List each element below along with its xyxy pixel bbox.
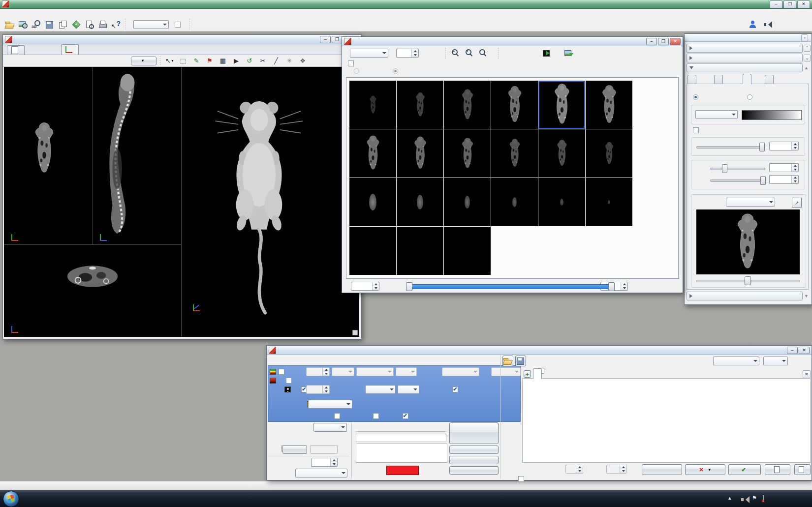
slice-cell[interactable] xyxy=(349,178,396,226)
insert-button[interactable] xyxy=(765,464,790,475)
add-sequence-tab-button[interactable]: + xyxy=(524,370,531,378)
color-table-dropdown[interactable] xyxy=(695,110,738,119)
menu-view[interactable] xyxy=(18,12,27,14)
slice-cell[interactable] xyxy=(491,178,538,226)
preview-slice-slider[interactable] xyxy=(696,276,800,284)
sequence-window[interactable]: – ❐ ▼ ↖▼ ⬚✎⚑▦▶↺✂╱✳❖ xyxy=(2,34,362,339)
scissors-icon[interactable]: ✂ xyxy=(257,55,269,67)
close-table-icon[interactable]: ✕ xyxy=(803,370,811,378)
reuse-checkbox[interactable] xyxy=(452,387,458,392)
slice-range-slider[interactable] xyxy=(406,282,615,290)
service-value-input[interactable] xyxy=(310,445,338,454)
app-minimize-icon[interactable]: – xyxy=(770,0,782,8)
section-3d-optical-tools[interactable] xyxy=(687,292,803,300)
line-icon[interactable]: ╱ xyxy=(270,55,282,67)
zoom-reset-icon[interactable]: · xyxy=(477,47,489,59)
luminescent-emission-dropdown[interactable] xyxy=(491,367,521,376)
segments-input[interactable] xyxy=(565,465,583,474)
ct-mode-dropdown[interactable] xyxy=(308,400,352,409)
print-icon[interactable] xyxy=(97,19,109,30)
info-button[interactable]: ▼ xyxy=(131,57,156,65)
reverse-checkbox[interactable] xyxy=(693,127,699,133)
scroll-up-icon[interactable]: ⌃ xyxy=(804,45,811,52)
preview-icon[interactable] xyxy=(84,19,95,30)
tag-icon[interactable] xyxy=(70,19,82,30)
volume-color-table-radio[interactable] xyxy=(747,94,752,100)
coronal-panel[interactable] xyxy=(4,67,93,245)
slice-cell[interactable] xyxy=(491,129,538,178)
slice-cell[interactable] xyxy=(444,129,491,178)
service-button[interactable] xyxy=(282,445,307,454)
remove-button[interactable]: ✕▼ xyxy=(685,464,725,475)
slice-cell[interactable] xyxy=(397,81,443,129)
sparkle-icon[interactable]: ✳ xyxy=(283,55,295,67)
sequence-window-titlebar[interactable]: – ❐ xyxy=(3,35,361,44)
slice-cell[interactable] xyxy=(538,129,585,178)
scale-min-slider[interactable] xyxy=(710,164,765,172)
close-icon[interactable]: ✕ xyxy=(670,38,681,45)
tool-palette[interactable]: ▫ ⌃ ⌄ ▲ xyxy=(684,33,812,305)
slice-spacing-input[interactable] xyxy=(396,49,419,58)
slice-cell[interactable] xyxy=(586,178,632,226)
tab-volume[interactable] xyxy=(687,75,696,84)
rotate-icon[interactable]: ↺ xyxy=(244,55,255,67)
lights-checkbox[interactable] xyxy=(373,413,379,419)
luminescent-exposure[interactable] xyxy=(306,367,330,376)
preview-orientation-dropdown[interactable] xyxy=(726,198,775,207)
zoom3d-icon[interactable] xyxy=(31,19,42,30)
opacity-input[interactable] xyxy=(769,142,799,150)
luminescent-binning-dropdown[interactable] xyxy=(356,367,394,376)
scale-max-input[interactable] xyxy=(769,175,799,184)
movie-icon[interactable] xyxy=(541,47,553,59)
select-icon[interactable]: ⬚ xyxy=(177,55,189,67)
imaging-wizard-button[interactable] xyxy=(449,446,499,454)
pointer-tool[interactable]: ↖▼ xyxy=(164,55,176,67)
acquire-button[interactable] xyxy=(449,422,499,444)
scroll-down-arrow-icon[interactable]: ▼ xyxy=(804,294,809,298)
tray-flag-icon[interactable]: ⚑ xyxy=(752,495,757,501)
focus-dropdown[interactable] xyxy=(295,469,347,477)
render-thick-checkbox[interactable] xyxy=(348,60,354,66)
acquisition-titlebar[interactable]: – ✕ xyxy=(267,346,812,355)
help-pointer-icon[interactable] xyxy=(110,19,122,30)
minimize-icon[interactable]: – xyxy=(646,38,657,45)
slice-cell[interactable] xyxy=(349,227,396,275)
slice-cell[interactable] xyxy=(349,129,396,178)
popout-icon[interactable]: ↗ xyxy=(792,198,802,208)
tray-audio-icon[interactable] xyxy=(740,495,748,503)
puzzle-icon[interactable]: ❖ xyxy=(297,55,309,67)
tab-sequence-view[interactable] xyxy=(7,45,25,55)
overlay-checkbox[interactable] xyxy=(334,413,340,419)
photograph-fstop-dropdown[interactable] xyxy=(398,385,419,394)
slice-cell[interactable] xyxy=(491,81,538,129)
photograph-binning-dropdown[interactable] xyxy=(365,385,396,394)
section-3d-multimodality[interactable] xyxy=(687,63,803,72)
slice-cell[interactable] xyxy=(397,227,443,275)
segments-checkbox[interactable] xyxy=(518,476,524,482)
app-maximize-icon[interactable]: ❐ xyxy=(783,0,796,8)
orientation-dropdown[interactable] xyxy=(350,49,388,58)
slice-cell[interactable] xyxy=(586,81,632,129)
slice-cell[interactable] xyxy=(586,129,632,178)
image-setup-button[interactable] xyxy=(449,456,499,464)
slice-cell[interactable] xyxy=(444,81,491,129)
slice-cell[interactable] xyxy=(444,178,491,226)
luminescent-unit-dropdown[interactable] xyxy=(332,367,354,376)
apply-to-all-button[interactable] xyxy=(642,464,682,475)
copy-icon[interactable] xyxy=(57,19,69,30)
menu-file[interactable] xyxy=(0,12,9,14)
minimize-icon[interactable]: – xyxy=(787,347,798,354)
scroll-arrow-icon[interactable]: ▲ xyxy=(804,65,809,70)
probes-dropdown[interactable] xyxy=(763,357,788,365)
close-icon[interactable]: ✕ xyxy=(799,347,810,354)
subject-dropdown[interactable] xyxy=(713,357,759,365)
luminescent-checkbox[interactable] xyxy=(279,369,284,375)
tray-up-icon[interactable]: ▴ xyxy=(728,495,731,501)
add-button[interactable] xyxy=(794,464,811,475)
slice-cell[interactable] xyxy=(397,129,443,178)
mip-radio[interactable] xyxy=(393,68,398,74)
grid-icon[interactable]: ▦ xyxy=(217,55,229,67)
slice-cell[interactable] xyxy=(349,81,396,129)
transaxial-panel[interactable] xyxy=(4,245,182,336)
scale-min-input[interactable] xyxy=(769,163,799,172)
